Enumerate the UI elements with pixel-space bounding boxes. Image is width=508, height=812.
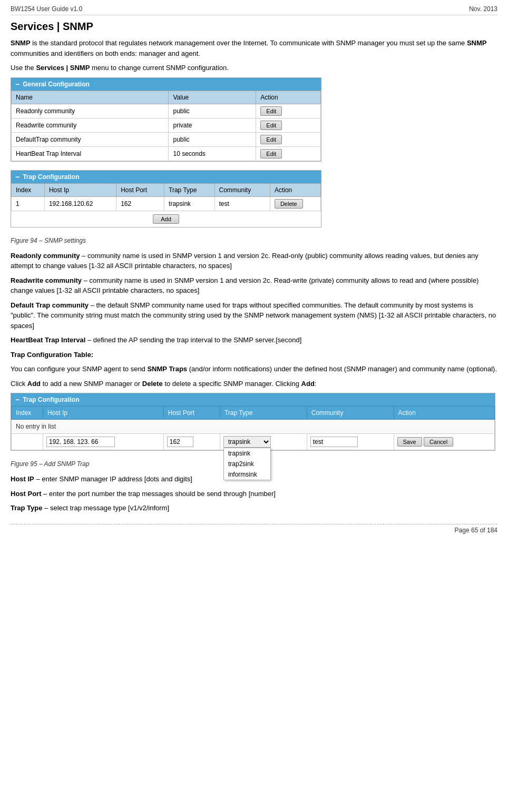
table-row: HeartBeat Trap Interval 10 seconds Edit [12,146,321,161]
header-right: Nov. 2013 [469,5,497,13]
table-row: Readonly community public Edit [12,104,321,118]
cell-action: Delete [270,196,320,211]
trap-config-large-table: Index Host Ip Host Port Trap Type Commun… [11,406,495,450]
cell-host-ip: 192.168.120.62 [44,196,116,211]
snmp-bold-2: SNMP [467,39,487,47]
services-snmp-bold: Services | SNMP [36,64,90,72]
term-host-ip: Host IP [11,475,34,483]
col-action: Action [256,91,321,104]
footer-bar: Page 65 of 184 [11,524,497,534]
cell-value: public [169,132,256,146]
input-trap-type-cell: trapsink trap2sink informsink trapsink t… [220,434,307,450]
intro-p1: SNMP is the standard protocol that regul… [11,38,497,58]
desc-readonly: Readonly community – community name is u… [11,251,497,271]
snmp-traps-bold: SNMP Traps [147,365,187,373]
cell-name: Readwrite community [12,118,169,132]
cell-trap-type: trapsink [164,196,214,211]
desc-trap-config-detail: You can configure your SNMP agent to sen… [11,364,497,374]
cell-action: Edit [256,132,321,146]
cell-community: test [214,196,270,211]
cell-value: private [169,118,256,132]
cell-name: HeartBeat Trap Interval [12,146,169,161]
host-port-input[interactable] [167,437,193,447]
trap-type-select[interactable]: trapsink trap2sink informsink [223,436,271,448]
term-trap-table: Trap Configuration Table: [11,351,93,359]
add-input-row: trapsink trap2sink informsink trapsink t… [12,434,495,450]
desc-host-port: Host Port – enter the port number the tr… [11,489,497,499]
term-trap-type: Trap Type [11,504,42,512]
dropdown-item-informsink[interactable]: informsink [224,469,270,480]
snmp-bold-1: SNMP [11,39,31,47]
figure94-caption: Figure 94 – SNMP settings [11,236,497,245]
desc-readwrite: Readwrite community – community name is … [11,275,497,296]
edit-button[interactable]: Edit [260,106,282,116]
col-name: Name [12,91,169,104]
trap-type-dropdown[interactable]: trapsink trap2sink informsink trapsink t… [223,436,271,448]
host-ip-input[interactable] [46,437,115,447]
general-config-box: General Configuration Name Value Action … [11,77,321,162]
click-add-bold: Add [27,380,41,388]
table-row: DefaultTrap community public Edit [12,132,321,146]
trap-config-small-box: Trap Configuration Index Host Ip Host Po… [11,170,321,227]
desc-default-trap: Default Trap community – the default SNM… [11,300,497,331]
trap-config-large-box: Trap Configuration Index Host Ip Host Po… [11,393,495,451]
col-index-l: Index [12,407,43,420]
trap-config-small-header-row: Index Host Ip Host Port Trap Type Commun… [12,183,321,196]
table-row: Readwrite community private Edit [12,118,321,132]
save-button[interactable]: Save [397,437,422,447]
click-add2-bold: Add [301,380,315,388]
input-index-cell [12,434,43,450]
footer-text: Page 65 of 184 [455,527,497,534]
col-value: Value [169,91,256,104]
trap-config-small-table: Index Host Ip Host Port Trap Type Commun… [11,183,321,227]
cell-index: 1 [12,196,45,211]
cell-action: Edit [256,104,321,118]
click-delete-bold: Delete [142,380,163,388]
col-host-port: Host Port [116,183,164,196]
header-bar: BW1254 User Guide v1.0 Nov. 2013 [11,5,497,15]
dropdown-menu: trapsink trap2sink informsink [223,448,271,480]
desc-trap-table: Trap Configuration Table: [11,350,497,360]
col-community: Community [214,183,270,196]
col-host-port-l: Host Port [163,407,220,420]
add-row: Add [12,211,321,227]
page-title: Services | SNMP [11,21,497,33]
input-host-ip-cell [43,434,164,450]
intro-p2: Use the Services | SNMP menu to change c… [11,63,497,73]
edit-button[interactable]: Edit [260,121,282,130]
col-trap-type-l: Trap Type [220,407,307,420]
cancel-button[interactable]: Cancel [424,437,453,447]
dropdown-item-trap2sink[interactable]: trap2sink [224,459,270,469]
general-config-header-row: Name Value Action [12,91,321,104]
general-config-table: Name Value Action Readonly community pub… [11,91,321,161]
edit-button[interactable]: Edit [260,135,282,144]
general-config-title: General Configuration [11,78,321,91]
trap-config-small-title: Trap Configuration [11,171,321,183]
desc-click-add: Click Add to add a new SNMP manager or D… [11,379,497,389]
desc-trap-type: Trap Type – select trap message type [v1… [11,503,497,513]
header-left: BW1254 User Guide v1.0 [11,5,82,13]
cell-action: Edit [256,146,321,161]
input-host-port-cell [163,434,220,450]
cell-action: Edit [256,118,321,132]
delete-button[interactable]: Delete [275,199,303,209]
col-action: Action [270,183,320,196]
col-host-ip-l: Host Ip [43,407,164,420]
edit-button[interactable]: Edit [260,149,282,159]
desc-heartbeat: HeartBeat Trap Interval – defined the AP… [11,335,497,345]
term-readwrite: Readwrite community [11,276,82,284]
term-heartbeat: HeartBeat Trap Interval [11,336,85,344]
community-input[interactable] [310,437,358,447]
cell-value: public [169,104,256,118]
term-host-port: Host Port [11,490,42,498]
add-button-small[interactable]: Add [153,214,179,224]
cell-host-port: 162 [116,196,164,211]
dropdown-item-trapsink[interactable]: trapsink [224,448,270,459]
term-default-trap: Default Trap community [11,301,89,309]
col-index: Index [12,183,45,196]
no-entry-row: No entry in list [12,420,495,434]
trap-config-large-header-row: Index Host Ip Host Port Trap Type Commun… [12,407,495,420]
cell-name: DefaultTrap community [12,132,169,146]
col-trap-type: Trap Type [164,183,214,196]
trap-config-large-title: Trap Configuration [11,393,495,406]
